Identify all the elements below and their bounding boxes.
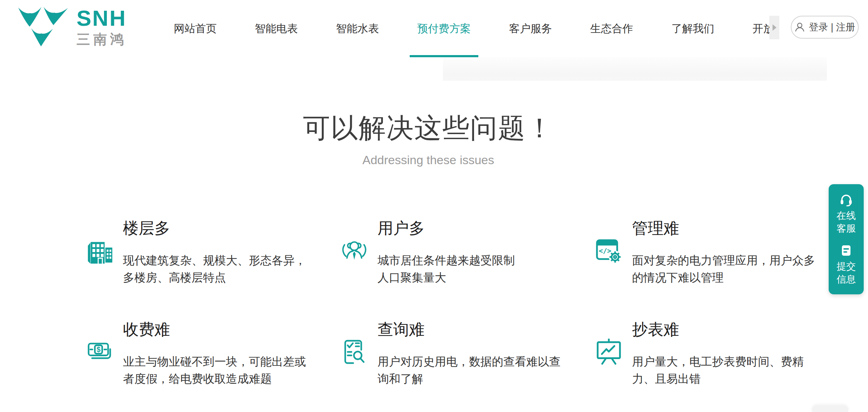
card-floors: 楼层多 现代建筑复杂、规模大、形态各异， 多楼房、高楼层特点 (86, 219, 340, 320)
card-title: 楼层多 (123, 219, 331, 237)
card-management: </> 管理难 面对复杂的电力管理应用，用户众多 的情况下难以管理 (595, 219, 849, 320)
card-desc: 用户对历史用电，数据的查看难以查 询和了解 (378, 353, 586, 387)
submit-info-label: 提交信息 (836, 260, 857, 286)
card-title: 抄表难 (632, 320, 840, 339)
user-icon (794, 21, 805, 33)
nav-item-home[interactable]: 网站首页 (174, 0, 217, 57)
online-service-label: 在线客服 (836, 209, 857, 235)
scroll-top-button-peek[interactable] (812, 406, 848, 412)
form-icon (839, 244, 853, 258)
problem-cards-grid: 楼层多 现代建筑复杂、规模大、形态各异， 多楼房、高楼层特点 用户多 城市居住条… (86, 219, 849, 387)
headset-icon (839, 193, 853, 207)
nav-item-smart-water-meter[interactable]: 智能水表 (336, 0, 379, 57)
snh-bird-logo-icon (16, 6, 71, 48)
logo-brand-cn: 三南鸿 (77, 31, 127, 47)
search-list-icon (340, 338, 368, 366)
card-desc: 面对复杂的电力管理应用，用户众多 的情况下难以管理 (632, 252, 840, 286)
card-fee-collection: $ 收费难 业主与物业碰不到一块，可能出差或 者度假，给电费收取造成难题 (86, 320, 340, 387)
login-register-button[interactable]: 登录 | 注册 (791, 16, 859, 39)
nav-item-customer-service[interactable]: 客户服务 (509, 0, 552, 57)
nav-scroll-strip[interactable] (769, 16, 779, 39)
online-service-button[interactable]: 在线客服 (836, 193, 857, 235)
nav-item-about-us[interactable]: 了解我们 (671, 0, 714, 57)
nav-item-eco-cooperation[interactable]: 生态合作 (590, 0, 633, 57)
card-query: 查询难 用户对历史用电，数据的查看难以查 询和了解 (340, 320, 595, 387)
site-header: SNH 三南鸿 网站首页 智能电表 智能水表 预付费方案 客户服务 生态合作 了… (0, 0, 868, 57)
card-desc: 现代建筑复杂、规模大、形态各异， 多楼房、高楼层特点 (123, 252, 331, 286)
card-desc: 业主与物业碰不到一块，可能出差或 者度假，给电费收取造成难题 (123, 353, 331, 387)
card-meter-reading: 抄表难 用户量大，电工抄表费时间、费精 力、且易出错 (595, 320, 849, 387)
section-title: 可以解决这些问题！ (0, 112, 857, 144)
section-subtitle: Addressing these issues (0, 153, 857, 167)
users-icon (340, 237, 368, 265)
svg-text:$: $ (97, 345, 100, 353)
meter-chart-icon (595, 338, 623, 366)
section-header: 可以解决这些问题！ Addressing these issues (0, 112, 857, 167)
dropdown-panel-remnant (443, 57, 827, 81)
nav-item-smart-electric-meter[interactable]: 智能电表 (255, 0, 298, 57)
money-icon: $ (86, 338, 114, 366)
card-title: 收费难 (123, 320, 331, 339)
svg-text:</>: </> (599, 247, 611, 255)
login-label: 登录 | 注册 (809, 21, 855, 34)
card-desc: 用户量大，电工抄表费时间、费精 力、且易出错 (632, 353, 840, 387)
card-desc: 城市居住条件越来越受限制 人口聚集量大 (378, 252, 586, 286)
building-icon (86, 237, 114, 265)
chevron-right-icon (773, 24, 776, 31)
submit-info-button[interactable]: 提交信息 (836, 244, 857, 286)
code-gear-icon: </> (595, 237, 623, 265)
floating-contact-widget: 在线客服 提交信息 (829, 184, 864, 294)
card-title: 查询难 (378, 320, 586, 339)
main-nav: 网站首页 智能电表 智能水表 预付费方案 客户服务 生态合作 了解我们 开放 (174, 0, 774, 57)
logo[interactable]: SNH 三南鸿 (16, 6, 127, 48)
card-users: 用户多 城市居住条件越来越受限制 人口聚集量大 (340, 219, 595, 320)
card-title: 管理难 (632, 219, 840, 237)
logo-brand-en: SNH (77, 7, 127, 29)
nav-item-prepaid-solution[interactable]: 预付费方案 (417, 0, 471, 57)
card-title: 用户多 (378, 219, 586, 237)
